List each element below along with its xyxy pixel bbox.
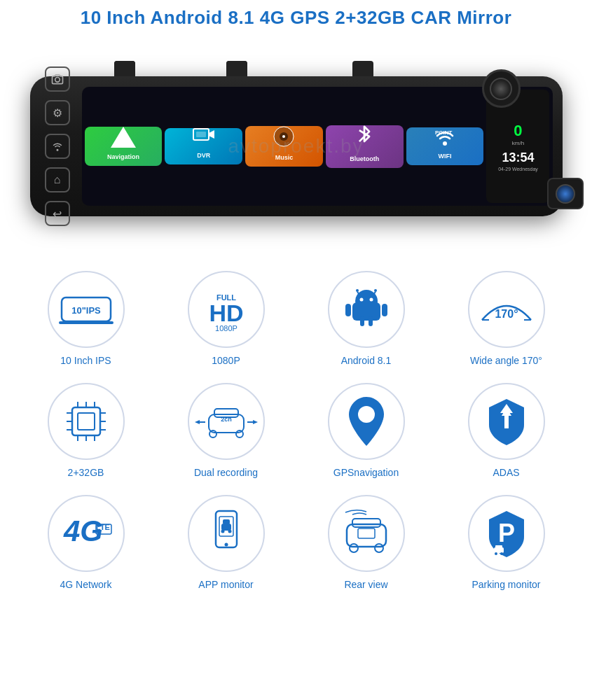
wifi-label: WIFI [439, 153, 452, 160]
svg-point-64 [350, 544, 358, 552]
wifi-side-icon [45, 134, 70, 159]
svg-rect-15 [345, 304, 351, 316]
app-tile-music[interactable]: Music [245, 126, 323, 167]
feature-circle-app [188, 495, 265, 572]
feature-app: APP monitor [167, 495, 286, 590]
mount-bracket-2 [226, 61, 247, 76]
bt-label: Bluetooth [350, 155, 379, 162]
svg-point-61 [224, 543, 228, 547]
svg-marker-48 [195, 420, 200, 424]
svg-point-59 [221, 530, 224, 533]
feature-angle: 170° Wide angle 170° [447, 271, 566, 366]
svg-point-44 [209, 430, 216, 438]
rear-lens [556, 184, 575, 204]
feature-label-app: APP monitor [198, 579, 253, 590]
app-tile-dvr[interactable]: DVR [165, 128, 242, 164]
dvr-label: DVR [197, 152, 210, 159]
svg-point-23 [356, 289, 359, 292]
feature-label-parking: Parking monitor [471, 579, 540, 590]
feature-circle-gps [328, 383, 405, 460]
speed-value: 0 [514, 122, 522, 140]
features-row-3: 4G LTE 4G Network [16, 495, 577, 590]
music-icon [273, 126, 294, 150]
screen-area: Navigation DVR [82, 87, 553, 206]
svg-text:1080P: 1080P [215, 324, 238, 332]
feature-parking: P Parking monitor [447, 495, 566, 590]
app-tile-bluetooth[interactable]: Bluetooth [326, 125, 404, 168]
product-image-area: ⚙ ⌂ ↩ Navigation [16, 34, 577, 258]
svg-rect-66 [358, 528, 375, 538]
app-tile-navigation[interactable]: Navigation [85, 127, 163, 166]
app-tile-wifi[interactable]: POINT WIFI [406, 127, 484, 165]
svg-rect-63 [352, 519, 380, 527]
feature-hd: FULL HD 1080P 1080P [167, 271, 286, 366]
feature-circle-rear [328, 495, 405, 572]
svg-rect-2 [196, 132, 206, 137]
feature-label-ips: 10 Inch IPS [60, 355, 111, 366]
svg-point-19 [359, 298, 363, 302]
svg-text:2ch: 2ch [221, 416, 232, 423]
feature-adas: ADAS [447, 383, 566, 478]
feature-circle-4g: 4G LTE [48, 495, 125, 572]
feature-gps: GPSnavigation [307, 383, 426, 478]
svg-point-5 [282, 135, 285, 138]
svg-point-24 [374, 289, 377, 292]
feature-label-hd: 1080P [212, 355, 240, 366]
features-row-2: 2+32GB 2ch Dual [16, 383, 577, 478]
svg-point-65 [375, 544, 383, 552]
svg-point-0 [55, 78, 60, 83]
svg-text:P: P [497, 519, 514, 547]
feature-label-rear: Rear view [344, 579, 387, 590]
side-controls: ⚙ ⌂ ↩ [40, 66, 75, 226]
feature-ips: 10"IPS 10 Inch IPS [27, 271, 146, 366]
svg-point-45 [236, 430, 243, 438]
feature-circle-hd: FULL HD 1080P [188, 271, 265, 348]
music-label: Music [275, 154, 294, 161]
feature-label-angle: Wide angle 170° [470, 355, 542, 366]
speed-unit: km/h [512, 140, 524, 146]
svg-text:HD: HD [209, 300, 243, 326]
svg-rect-58 [223, 519, 230, 524]
time-value: 13:54 [502, 150, 534, 165]
svg-rect-14 [352, 302, 380, 321]
feature-circle-adas [468, 383, 545, 460]
feature-label-adas: ADAS [493, 467, 519, 478]
bluetooth-icon [356, 125, 373, 153]
feature-storage: 2+32GB [27, 383, 146, 478]
svg-point-49 [358, 406, 375, 423]
feature-label-gps: GPSnavigation [333, 467, 399, 478]
svg-rect-57 [221, 524, 231, 531]
rear-camera [547, 178, 584, 209]
svg-marker-47 [253, 420, 258, 424]
nav-label: Navigation [107, 153, 139, 160]
back-icon: ↩ [45, 201, 70, 226]
feature-label-dual: Dual recording [194, 467, 258, 478]
wifi-icon: POINT [434, 127, 456, 150]
nav-arrow-icon [111, 127, 136, 148]
svg-rect-17 [360, 316, 364, 326]
feature-4g: 4G LTE 4G Network [27, 495, 146, 590]
features-row-1: 10"IPS 10 Inch IPS FULL HD 1080P 1080P [16, 271, 577, 366]
mount-bracket-1 [114, 61, 135, 76]
svg-point-20 [369, 298, 373, 302]
svg-rect-16 [382, 304, 387, 316]
feature-circle-parking: P [468, 495, 545, 572]
svg-point-60 [228, 530, 231, 533]
svg-rect-28 [72, 407, 100, 435]
features-section: 10"IPS 10 Inch IPS FULL HD 1080P 1080P [16, 271, 577, 607]
feature-dual: 2ch Dual recording [167, 383, 286, 478]
feature-circle-storage [48, 383, 125, 460]
front-camera [482, 69, 521, 108]
feature-label-4g: 4G Network [60, 579, 112, 590]
feature-circle-ips: 10"IPS [48, 271, 125, 348]
svg-rect-18 [369, 316, 373, 326]
dvr-icon [193, 128, 215, 148]
svg-text:10"IPS: 10"IPS [71, 305, 101, 316]
feature-android: Android 8.1 [307, 271, 426, 366]
svg-point-71 [500, 552, 503, 555]
feature-circle-android [328, 271, 405, 348]
date-value: 04-29 Wednesday [498, 167, 538, 172]
feature-label-android: Android 8.1 [341, 355, 392, 366]
feature-circle-angle: 170° [468, 271, 545, 348]
mount-bracket-3 [352, 61, 373, 76]
